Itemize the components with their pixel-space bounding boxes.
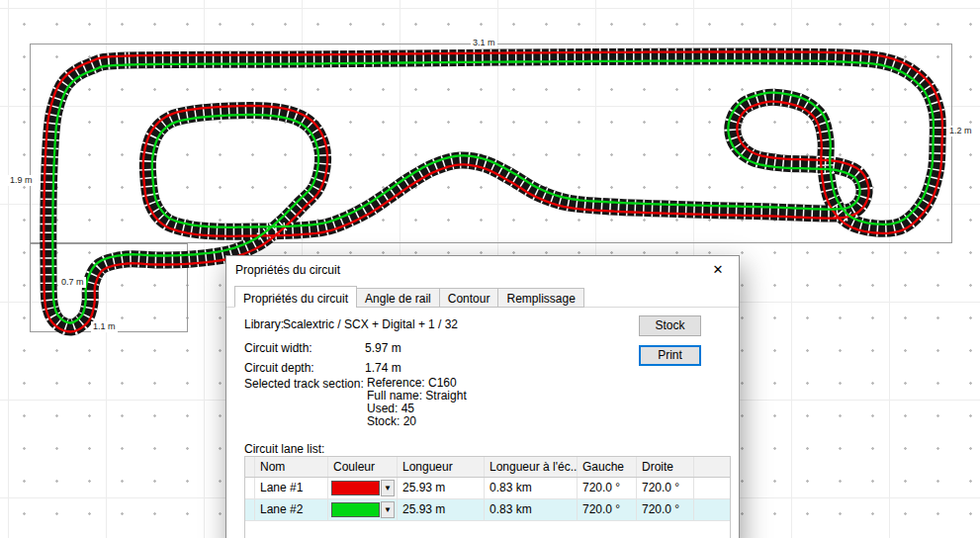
column-header[interactable]: Couleur [328, 457, 398, 477]
lane-color-cell: ▼ [328, 478, 398, 498]
circuit-width-value: 5.97 m [365, 341, 401, 355]
color-swatch [331, 481, 380, 495]
close-icon[interactable]: ✕ [697, 256, 739, 283]
column-header[interactable]: Gauche [578, 457, 637, 477]
color-dropdown-button[interactable]: ▼ [381, 501, 395, 518]
library-label: Library: [244, 317, 284, 331]
row-gutter [245, 499, 255, 520]
column-header[interactable]: Droite [637, 457, 694, 477]
tab-remplissage[interactable]: Remplissage [497, 288, 583, 308]
color-dropdown-button[interactable]: ▼ [381, 480, 395, 496]
table-row[interactable]: Lane #2▼25.93 m0.83 km720.0 °720.0 ° [245, 499, 730, 521]
row-filler [694, 478, 730, 498]
lane-length-cell: 25.93 m [398, 478, 485, 498]
column-header-filler [694, 457, 730, 477]
circuit-depth-value: 1.74 m [365, 361, 401, 375]
dimension-label-right: 1.2 m [947, 126, 974, 136]
lane-table-header: NomCouleurLongueurLongueur à l'éc...Gauc… [245, 457, 730, 478]
dimension-label-left: 1.9 m [8, 175, 35, 186]
tab-strip: Propriétés du circuitAngle de railContou… [234, 286, 584, 308]
tab-contour[interactable]: Contour [439, 288, 499, 308]
stock-button[interactable]: Stock [639, 315, 701, 336]
circuit-depth-label: Circuit depth: [244, 361, 314, 375]
tab-page-properties: Library: Scalextric / SCX + Digital + 1 … [226, 307, 739, 538]
library-value: Scalextric / SCX + Digital + [283, 317, 425, 331]
row-gutter [245, 478, 255, 498]
table-row[interactable]: Lane #1▼25.93 m0.83 km720.0 °720.0 ° [245, 478, 730, 499]
dialog-title: Propriétés du circuit [226, 263, 697, 277]
dimension-label-bottom: 1.1 m [91, 321, 118, 332]
lane-name-cell: Lane #1 [255, 478, 328, 498]
lane-left-turns-cell: 720.0 ° [578, 499, 637, 520]
lane-name-cell: Lane #2 [255, 499, 328, 520]
row-gutter [245, 457, 255, 477]
row-filler [694, 499, 730, 520]
circuit-properties-dialog: Propriétés du circuit ✕ Propriétés du ci… [225, 255, 740, 538]
dimension-label-top: 3.1 m [471, 38, 497, 48]
print-button[interactable]: Print [639, 345, 701, 366]
lane-length-scale-cell: 0.83 km [485, 478, 578, 498]
tab-propri-t-s-du-circuit[interactable]: Propriétés du circuit [234, 286, 357, 308]
lane-list-label: Circuit lane list: [244, 442, 324, 456]
selected-section-label: Selected track section: [244, 377, 364, 391]
column-header[interactable]: Longueur à l'éc... [485, 457, 578, 477]
lane-right-turns-cell: 720.0 ° [637, 499, 694, 520]
lane-right-turns-cell: 720.0 ° [637, 478, 694, 498]
tab-angle-de-rail[interactable]: Angle de rail [356, 288, 440, 308]
section-value-line: Stock: 20 [367, 415, 467, 428]
lane-length-scale-cell: 0.83 km [485, 499, 578, 520]
library-scale: 1 / 32 [428, 317, 458, 331]
column-header[interactable]: Longueur [398, 457, 485, 477]
lane-table-body: Lane #1▼25.93 m0.83 km720.0 °720.0 °Lane… [245, 478, 730, 521]
lane-table[interactable]: NomCouleurLongueurLongueur à l'éc...Gauc… [244, 456, 731, 538]
circuit-width-label: Circuit width: [244, 341, 312, 355]
dimension-label-inner: 0.7 m [59, 277, 86, 288]
color-swatch [331, 502, 380, 517]
lane-length-cell: 25.93 m [398, 499, 485, 520]
lane-color-cell: ▼ [328, 499, 398, 520]
column-header[interactable]: Nom [255, 457, 328, 477]
section-values: Reference: C160Full name: StraightUsed: … [367, 377, 467, 428]
dialog-titlebar[interactable]: Propriétés du circuit ✕ [226, 256, 739, 283]
lane-left-turns-cell: 720.0 ° [578, 478, 637, 498]
